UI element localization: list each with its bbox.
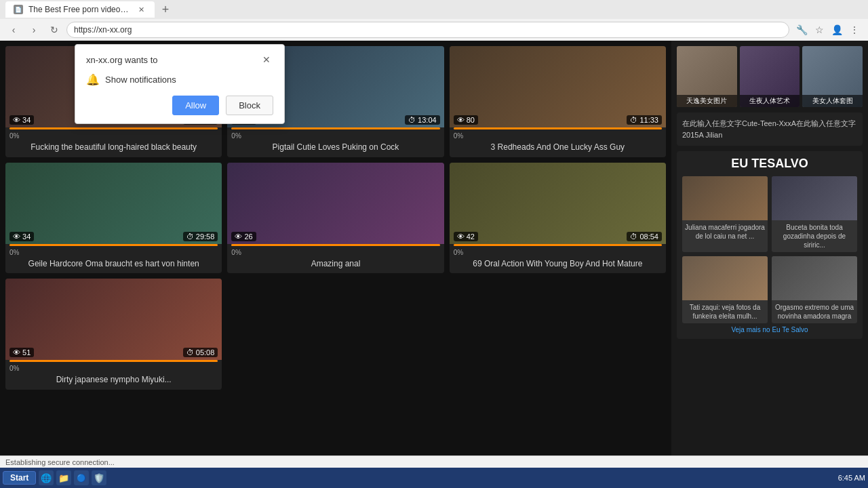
video-views: 👁 51 [9,348,34,357]
sidebar-card-image [682,176,768,220]
taskbar-icon-folder[interactable]: 📁 [56,470,71,485]
sidebar-card[interactable]: Orgasmo extremo de uma novinha amadora m… [772,256,857,323]
back-button[interactable]: ‹ [5,22,22,38]
tab-bar: 📄 The Best Free porn videos Xvideos ✕ + [0,0,868,19]
popup-title: xn-xx.org wants to [86,55,158,65]
video-duration: ⏱ 13:04 [405,115,440,125]
block-button[interactable]: Block [226,96,273,115]
progress-bar [231,244,439,246]
sidebar-img-label: 生夜人体艺术 [740,95,800,107]
progress-bar [231,127,439,129]
start-button[interactable]: Start [3,471,36,485]
video-views: 👁 26 [231,232,256,241]
sidebar-card[interactable]: Buceta bonita toda gozadinha depois de s… [772,176,857,252]
sidebar-ad-image[interactable]: 生夜人体艺术 [740,46,800,107]
sidebar-ad-image[interactable]: 美女人体套图 [802,46,863,107]
taskbar: Start 🌐 📁 🔵 🛡️ Establishing secure conne… [0,468,868,488]
eu-te-salvo-text2: SALVO [767,157,808,170]
video-duration: ⏱ 29:58 [183,232,218,241]
video-card[interactable]: 👁 51⏱ 05:080%Dirty japanese nympho Miyuk… [5,279,222,390]
address-bar[interactable]: https://xn-xx.org [66,22,789,38]
browser-chrome: 📄 The Best Free porn videos Xvideos ✕ + … [0,0,868,41]
eu-te-salvo-text1: EU TE [731,157,767,170]
active-tab[interactable]: 📄 The Best Free porn videos Xvideos ✕ [5,1,155,18]
sidebar-card-image [682,256,768,300]
sidebar-img-label: 美女人体套图 [802,95,863,107]
progress-bar [454,127,662,129]
percent-label: 0% [227,249,443,259]
sidebar-card[interactable]: Juliana macaferri jogadora de lol caiu n… [682,176,768,252]
new-tab-button[interactable]: + [157,1,174,18]
sidebar-card-image [772,256,857,300]
sidebar-card-image [772,176,857,220]
sidebar-card-text: Buceta bonita toda gozadinha depois de s… [772,220,857,252]
notification-popup: xn-xx.org wants to ✕ 🔔 Show notification… [75,44,285,124]
bell-icon: 🔔 [86,73,100,86]
eu-te-salvo-banner: EU TESALVO Juliana macaferri jogadora de… [677,151,863,339]
forward-button[interactable]: › [26,22,42,38]
sidebar-card-text: Juliana macaferri jogadora de lol caiu n… [682,220,768,243]
video-views: 👁 42 [454,232,478,241]
sidebar-ad-image[interactable]: 天逸美女图片 [677,46,737,107]
video-title: Dirty japanese nympho Miyuki... [5,375,222,390]
tab-close-button[interactable]: ✕ [136,4,146,15]
sidebar-cards: Juliana macaferri jogadora de lol caiu n… [682,176,857,323]
percent-label: 0% [450,132,666,142]
sidebar-card-text: Tati zaqui: veja fotos da funkeira eleit… [682,300,768,323]
video-card[interactable]: 👁 260%Amazing anal [227,163,443,274]
popup-notification-text: Show notifications [105,75,176,85]
percent-label: 0% [5,365,222,375]
video-views: 👁 34 [9,115,34,125]
progress-bar [9,127,218,129]
menu-button[interactable]: ⋮ [846,22,863,38]
video-title: Amazing anal [227,259,443,274]
video-title: Fucking the beautiful long-haired black … [5,142,222,157]
nav-right-buttons: 🔧 ☆ 👤 ⋮ [793,22,863,38]
popup-notification-row: 🔔 Show notifications [86,73,273,86]
video-title: Pigtail Cutie Loves Puking on Cock [227,142,443,157]
progress-bar [454,244,662,246]
taskbar-icon-browser[interactable]: 🔵 [74,470,89,485]
video-card[interactable]: 👁 42⏱ 08:540%69 Oral Action With Young B… [450,163,666,274]
sidebar: 天逸美女图片生夜人体艺术美女人体套图 在此输入任意文字Cute-Teen-Xxx… [671,41,868,488]
extensions-button[interactable]: 🔧 [793,22,810,38]
veja-mais-link[interactable]: Veja mais no Eu Te Salvo [682,326,857,333]
sidebar-ad-top: 天逸美女图片生夜人体艺术美女人体套图 [677,46,863,107]
video-duration: ⏱ 11:33 [627,115,662,125]
url-text: https://xn-xx.org [74,25,782,35]
percent-label: 0% [450,249,666,259]
popup-close-button[interactable]: ✕ [260,53,273,66]
percent-label: 0% [227,132,443,142]
taskbar-time: 6:45 AM [838,474,865,482]
progress-bar [9,360,218,362]
video-card[interactable]: 👁 80⏱ 11:330%3 Redheads And One Lucky As… [450,46,666,157]
popup-header: xn-xx.org wants to ✕ [86,53,273,66]
video-duration: ⏱ 05:08 [183,348,218,357]
percent-label: 0% [5,132,222,142]
allow-button[interactable]: Allow [172,96,219,115]
progress-bar [9,244,218,246]
sidebar-img-row: 天逸美女图片生夜人体艺术美女人体套图 [677,46,863,107]
start-label: Start [10,473,28,483]
video-title: 3 Redheads And One Lucky Ass Guy [450,142,666,157]
bookmark-button[interactable]: ☆ [811,22,827,38]
taskbar-icon-ie[interactable]: 🌐 [39,470,54,485]
sidebar-img-label: 天逸美女图片 [677,95,737,107]
popup-buttons: Allow Block [86,96,273,115]
profile-button[interactable]: 👤 [829,22,845,38]
taskbar-icon-security[interactable]: 🛡️ [92,470,106,485]
video-title: Geile Hardcore Oma braucht es hart von h… [5,259,222,274]
reload-button[interactable]: ↻ [46,22,62,38]
sidebar-card[interactable]: Tati zaqui: veja fotos da funkeira eleit… [682,256,768,323]
status-bar: Establishing secure connection... [0,455,868,468]
eu-te-salvo-title: EU TESALVO [682,157,857,171]
tab-title: The Best Free porn videos Xvideos [28,5,130,14]
tab-favicon: 📄 [14,5,23,14]
video-views: 👁 34 [9,232,34,241]
percent-label: 0% [5,249,222,259]
video-card[interactable]: 👁 34⏱ 29:580%Geile Hardcore Oma braucht … [5,163,222,274]
status-text: Establishing secure connection... [5,458,115,466]
sidebar-card-text: Orgasmo extremo de uma novinha amadora m… [772,300,857,323]
nav-bar: ‹ › ↻ https://xn-xx.org 🔧 ☆ 👤 ⋮ [0,19,868,41]
taskbar-right: 6:45 AM [838,474,865,482]
